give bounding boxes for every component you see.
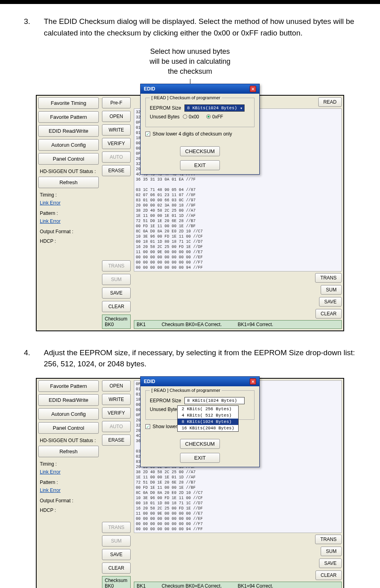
output-format-label: Output Format : [38,227,99,234]
step-3: 3. The EDID Checksum dialog will be disp… [24,16,356,39]
dropdown-option-2048[interactable]: 16 KBits(2048 Bytes) [178,425,238,431]
save-button-mid-2[interactable]: SAVE [102,549,131,560]
sum-button-mid[interactable]: SUM [102,274,131,285]
radio-0x00[interactable]: 0x00 [183,114,199,120]
trans-button-mid[interactable]: TRANS [102,260,131,271]
trans-button-right[interactable]: TRANS [315,273,342,283]
ui-panel-1: Favorite Timing Favorite Pattern EDID Re… [36,95,344,331]
clear-button-mid[interactable]: CLEAR [102,301,131,312]
dropdown-option-256[interactable]: 2 KBits( 256 Bytes) [178,406,238,412]
verify-button[interactable]: VERIFY [102,138,131,149]
clear-button-right[interactable]: CLEAR [315,309,342,319]
caption-line-3: the checksum [24,67,356,77]
hd-siggen-label-2: HD-SIGGEN OUT Status : [38,436,99,443]
show-lower-checkbox[interactable]: ✓ Show lower 4 digits of checksum only [145,131,232,137]
unused-bytes-label: Unused Bytes [150,114,180,120]
link-error-2[interactable]: Link Error [38,218,99,225]
edid-read-write-button-2[interactable]: EDID Read/Write [38,394,99,406]
sum-button-right[interactable]: SUM [321,285,342,295]
dialog-title-text-2: EDID [144,379,155,384]
step-3-number: 3. [24,16,44,39]
refresh-button[interactable]: Refresh [38,177,99,188]
fieldset-legend-2: [ READ ] Checksum of programmer [150,388,222,393]
read-button[interactable]: READ [318,97,342,107]
clear-button-mid-2[interactable]: CLEAR [102,562,131,574]
erase-button[interactable]: ERASE [102,165,131,176]
eeprom-size-label-2: EEPROM Size [150,398,181,403]
write-button[interactable]: WRITE [102,124,131,136]
dialog-body-2: [ READ ] Checksum of programmer EEPROM S… [141,386,259,467]
ui-panel-2: Favorite Pattern EDID Read/Write Autorun… [36,378,344,588]
link-error-1[interactable]: Link Error [38,200,99,206]
pattern-label-2: Pattern : [38,478,99,485]
save-button-mid[interactable]: SAVE [102,287,131,299]
status-row-2: BK1 Checksum BK0=EA Correct. BK1=94 Corr… [134,582,342,588]
edid-read-write-button[interactable]: EDID Read/Write [38,125,99,137]
caption-line-2: will be used in calculating [24,57,356,67]
sum-button-right-2[interactable]: SUM [321,547,342,556]
eeprom-size-dropdown-list[interactable]: 2 KBits( 256 Bytes) 4 KBits( 512 Bytes) … [177,405,239,432]
checksum-button[interactable]: CHECKSUM [180,146,220,156]
autorun-config-button[interactable]: Autorun Config [38,139,99,151]
status-bk1-label-2: BK1 [137,583,146,588]
favorite-pattern-button-2[interactable]: Favorite Pattern [38,380,99,392]
left-sidebar-2: Favorite Pattern EDID Read/Write Autorun… [37,379,100,588]
write-button-2[interactable]: WRITE [102,394,131,405]
link-error-1b[interactable]: Link Error [38,469,99,476]
eeprom-size-row: EEPROM Size 8 KBits(1024 Bytes) [150,104,250,112]
show-lower-checkbox-2[interactable]: ✓ Show lower [145,424,177,429]
eeprom-size-dropdown-2[interactable]: 8 KBits(1024 Bytes) [184,397,245,404]
step-4: 4. Adjust the EEPROM size, if necessary,… [24,347,356,370]
step-4-text: Adjust the EEPROM size, if necessary, by… [44,347,356,370]
clear-button-right-2[interactable]: CLEAR [315,570,342,580]
status-bk0-label: Checksum BK0 [105,316,128,327]
exit-button[interactable]: EXIT [180,160,220,170]
erase-button-2[interactable]: ERASE [102,435,131,446]
link-error-2b[interactable]: Link Error [38,488,99,494]
status-bk0-left-2: Checksum BK0 [102,576,131,588]
trans-button-right-2[interactable]: TRANS [315,535,342,544]
radio-dot-icon [206,114,211,119]
pattern-label: Pattern : [38,209,99,216]
edid-checksum-dialog: EDID × [ READ ] Checksum of programmer E… [140,84,260,175]
refresh-button-2[interactable]: Refresh [38,446,99,457]
status-bk0-left: Checksum BK0 [102,315,131,329]
panel-control-button[interactable]: Panel Control [38,153,99,165]
dialog-close-button[interactable]: × [250,86,256,92]
checksum-button-2[interactable]: CHECKSUM [180,439,220,449]
show-lower-label-2: Show lower [153,424,177,429]
sum-button-mid-2[interactable]: SUM [102,535,131,547]
dropdown-option-1024[interactable]: 8 KBits(1024 Bytes) [178,419,238,425]
autorun-config-button-2[interactable]: Autorun Config [38,408,99,420]
pref-button[interactable]: Pre-F [102,97,131,108]
favorite-timing-button[interactable]: Favorite Timing [38,97,99,109]
eeprom-size-dropdown[interactable]: 8 KBits(1024 Bytes) [184,104,245,112]
unused-bytes-row: Unused Bytes 0x00 0xFF [150,114,250,120]
hdcp-label: HDCP : [38,237,99,244]
panel-control-button-2[interactable]: Panel Control [38,422,99,434]
eeprom-size-row-2: EEPROM Size 8 KBits(1024 Bytes) [150,397,250,404]
hdcp-label-2: HDCP : [38,506,99,513]
read-checksum-fieldset: [ READ ] Checksum of programmer EEPROM S… [145,98,255,127]
middle-column: Pre-F OPEN WRITE VERIFY AUTO ERASE TRANS… [100,96,132,330]
radio-0xff[interactable]: 0xFF [206,114,223,120]
save-button-right[interactable]: SAVE [319,297,342,307]
save-button-right-2[interactable]: SAVE [319,559,342,568]
open-button[interactable]: OPEN [102,111,131,122]
step-4-number: 4. [24,347,44,370]
auto-button-2[interactable]: AUTO [102,421,131,432]
favorite-pattern-button[interactable]: Favorite Pattern [38,111,99,123]
exit-button-2[interactable]: EXIT [180,453,220,463]
hd-siggen-label: HD-SIGGEN OUT Status : [38,167,99,174]
dialog-close-button-2[interactable]: × [250,378,256,385]
trans-button-mid-2[interactable]: TRANS [102,522,131,533]
auto-button[interactable]: AUTO [102,151,131,163]
dialog-titlebar-2: EDID × [141,377,259,386]
top-border [0,0,380,4]
middle-column-2: OPEN WRITE VERIFY AUTO ERASE TRANS SUM S… [100,379,132,588]
verify-button-2[interactable]: VERIFY [102,407,131,419]
dialog-titlebar: EDID × [141,84,259,94]
dropdown-option-512[interactable]: 4 KBits( 512 Bytes) [178,412,238,419]
output-format-label-2: Output Format : [38,496,99,503]
open-button-2[interactable]: OPEN [102,380,131,391]
